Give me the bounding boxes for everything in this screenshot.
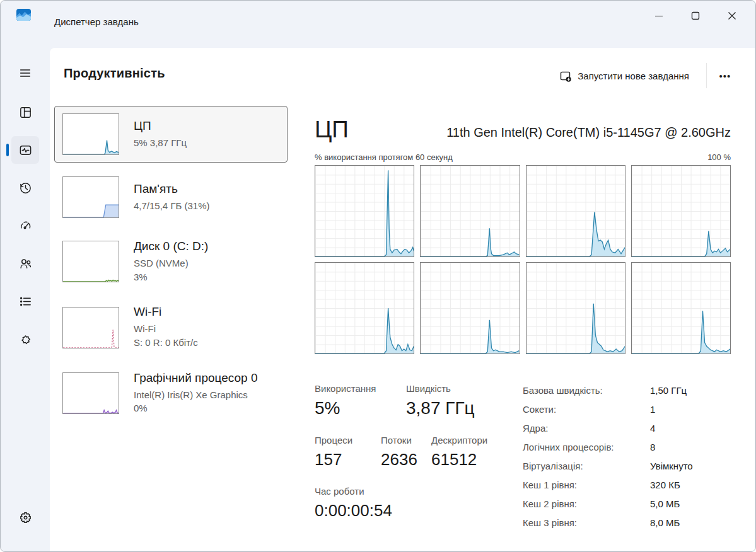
spec-row: Сокети:1 bbox=[523, 404, 731, 415]
wifi-sparkline bbox=[62, 307, 119, 348]
processes-icon bbox=[18, 105, 33, 120]
cpu-stats: Використання 5% Швидкість 3,87 ГГц Проце… bbox=[315, 383, 523, 536]
perf-item-subtitle2: S: 0 R: 0 Кбіт/с bbox=[134, 336, 198, 350]
spec-row: Кеш 3 рівня:8,0 МБ bbox=[523, 517, 731, 529]
sidebar-item-performance[interactable] bbox=[11, 136, 39, 164]
task-manager-window: Диспетчер завдань bbox=[0, 0, 756, 552]
run-new-task-button[interactable]: Запустити нове завдання bbox=[555, 64, 693, 88]
gear-icon bbox=[18, 510, 33, 525]
perf-item-subtitle: 5% 3,87 ГГц bbox=[134, 136, 187, 150]
core-charts-grid bbox=[315, 165, 731, 354]
spec-row: Кеш 1 рівня:320 КБ bbox=[523, 480, 731, 491]
core-chart-3 bbox=[631, 165, 731, 257]
handles-label: Дескриптори bbox=[431, 435, 487, 446]
maximize-button[interactable] bbox=[677, 3, 714, 28]
gpu-sparkline bbox=[62, 372, 119, 414]
perf-item-title: Диск 0 (C: D:) bbox=[134, 239, 208, 253]
perf-item-gpu[interactable]: Графічний процесор 0 Intel(R) Iris(R) Xe… bbox=[54, 364, 288, 423]
perf-item-title: Пам'ять bbox=[134, 182, 210, 196]
core-chart-1 bbox=[420, 165, 520, 257]
core-chart-6 bbox=[526, 262, 625, 354]
threads-value: 2636 bbox=[381, 450, 431, 469]
speed-value: 3,87 ГГц bbox=[406, 398, 475, 418]
perf-item-subtitle: Intel(R) Iris(R) Xe Graphics bbox=[134, 388, 257, 402]
window-controls bbox=[641, 3, 750, 28]
chart-caption-right: 100 % bbox=[707, 152, 731, 162]
usage-value: 5% bbox=[315, 398, 406, 418]
sidebar-menu-button[interactable] bbox=[11, 60, 39, 86]
handles-value: 61512 bbox=[431, 450, 487, 469]
new-task-icon bbox=[559, 69, 572, 83]
core-chart-5 bbox=[420, 262, 520, 354]
content-panel: Продуктивність Запустити нове завдання •… bbox=[50, 48, 755, 551]
history-icon bbox=[18, 181, 33, 195]
perf-item-disk[interactable]: Диск 0 (C: D:) SSD (NVMe) 3% bbox=[54, 232, 288, 291]
users-icon bbox=[18, 256, 33, 271]
cpu-detail-panel: ЦП 11th Gen Intel(R) Core(TM) i5-1145G7 … bbox=[315, 111, 731, 536]
sidebar-item-app-history[interactable] bbox=[11, 174, 39, 202]
page-title: Продуктивність bbox=[64, 66, 165, 81]
spec-row: Кеш 2 рівня:5,0 МБ bbox=[523, 498, 731, 510]
uptime-label: Час роботи bbox=[315, 486, 523, 497]
minimize-button[interactable] bbox=[641, 3, 677, 28]
chart-caption-left: % використання протягом 60 секунд bbox=[315, 152, 453, 162]
gauge-icon bbox=[18, 219, 33, 233]
app-icon bbox=[16, 8, 31, 22]
perf-item-subtitle: Wi-Fi bbox=[134, 322, 198, 336]
processes-label: Процеси bbox=[315, 435, 381, 446]
disk-sparkline bbox=[62, 241, 119, 282]
sidebar bbox=[1, 48, 50, 551]
sidebar-item-details[interactable] bbox=[11, 287, 39, 315]
sidebar-item-services[interactable] bbox=[11, 325, 39, 353]
sidebar-item-settings[interactable] bbox=[11, 503, 39, 531]
hamburger-icon bbox=[18, 66, 32, 80]
perf-item-subtitle2: 0% bbox=[134, 401, 257, 415]
speed-label: Швидкість bbox=[406, 383, 475, 394]
maximize-icon bbox=[691, 11, 700, 20]
spec-row: Ядра:4 bbox=[523, 423, 731, 434]
uptime-value: 0:00:00:54 bbox=[315, 501, 523, 520]
spec-row: Логічних процесорів:8 bbox=[523, 442, 731, 453]
perf-item-title: ЦП bbox=[134, 119, 187, 133]
cpu-spec-details: Базова швидкість:1,50 ГГц Сокети:1 Ядра:… bbox=[523, 383, 731, 536]
sidebar-item-startup-apps[interactable] bbox=[11, 212, 39, 239]
cpu-title: ЦП bbox=[315, 117, 349, 143]
active-indicator bbox=[6, 144, 9, 156]
close-icon bbox=[728, 11, 736, 20]
perf-item-title: Графічний процесор 0 bbox=[134, 371, 257, 385]
performance-list: ЦП 5% 3,87 ГГц Пам'ять 4,7/15,4 ГБ (31%)… bbox=[54, 106, 288, 423]
run-new-task-label: Запустити нове завдання bbox=[578, 71, 689, 81]
perf-item-subtitle: 4,7/15,4 ГБ (31%) bbox=[134, 199, 210, 213]
perf-item-cpu[interactable]: ЦП 5% 3,87 ГГц bbox=[54, 106, 288, 163]
spec-row: Віртуалізація:Увімкнуто bbox=[523, 461, 731, 472]
processes-value: 157 bbox=[315, 450, 381, 469]
sidebar-item-users[interactable] bbox=[11, 250, 39, 277]
perf-item-title: Wi-Fi bbox=[134, 305, 198, 319]
header-divider bbox=[706, 63, 707, 88]
titlebar: Диспетчер завдань bbox=[1, 1, 755, 48]
cpu-model-name: 11th Gen Intel(R) Core(TM) i5-1145G7 @ 2… bbox=[446, 125, 731, 143]
perf-item-subtitle2: 3% bbox=[134, 270, 208, 284]
sidebar-item-processes[interactable] bbox=[11, 98, 39, 126]
perf-item-wifi[interactable]: Wi-Fi Wi-Fi S: 0 R: 0 Кбіт/с bbox=[54, 297, 288, 357]
usage-label: Використання bbox=[315, 383, 406, 394]
core-chart-4 bbox=[315, 262, 414, 354]
perf-item-subtitle: SSD (NVMe) bbox=[134, 256, 208, 270]
core-chart-0 bbox=[315, 165, 414, 257]
minimize-icon bbox=[654, 11, 663, 20]
core-chart-2 bbox=[526, 165, 625, 257]
threads-label: Потоки bbox=[381, 435, 431, 446]
perf-item-memory[interactable]: Пам'ять 4,7/15,4 ГБ (31%) bbox=[54, 169, 288, 226]
performance-icon bbox=[18, 143, 33, 158]
core-chart-7 bbox=[631, 262, 731, 354]
spec-row: Базова швидкість:1,50 ГГц bbox=[523, 385, 731, 396]
more-options-button[interactable]: ••• bbox=[712, 65, 738, 86]
window-title: Диспетчер завдань bbox=[54, 16, 139, 27]
list-icon bbox=[18, 294, 33, 309]
cpu-sparkline bbox=[62, 113, 119, 155]
close-button[interactable] bbox=[714, 3, 750, 28]
memory-sparkline bbox=[62, 176, 119, 218]
gear-outline-icon bbox=[18, 332, 33, 347]
